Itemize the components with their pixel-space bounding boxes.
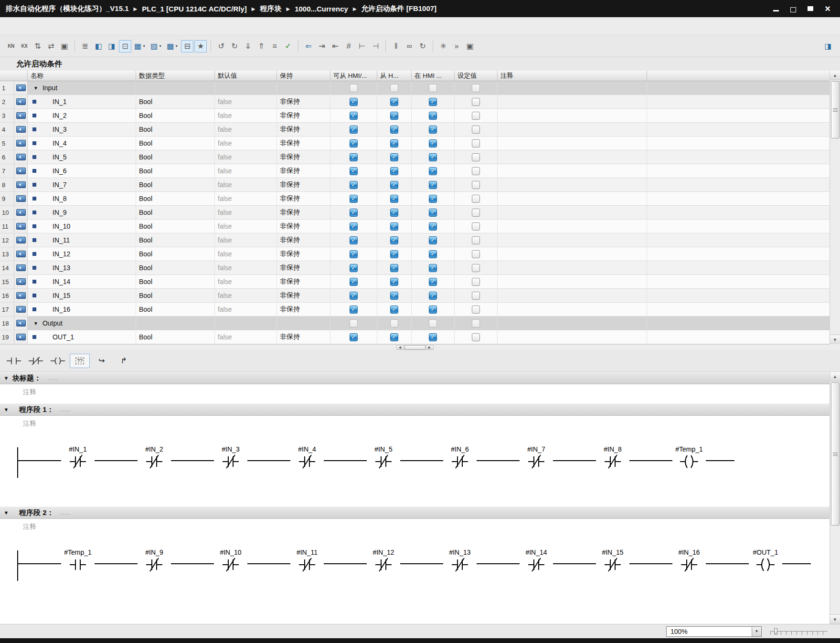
operand-label[interactable]: #IN_6 xyxy=(451,442,468,454)
ladder-contact-nc[interactable]: #IN_3 xyxy=(214,442,247,469)
zoom-slider[interactable] xyxy=(770,628,828,635)
operand-label[interactable]: #OUT_1 xyxy=(753,545,778,557)
hmi-visible-checkbox[interactable]: ✓ xyxy=(429,209,437,217)
comment-cell[interactable] xyxy=(498,289,647,302)
network-2-bar[interactable]: ▼程序段 2：..... xyxy=(0,506,829,519)
comment-cell[interactable] xyxy=(498,275,647,288)
hmi-writable-checkbox[interactable]: ✓ xyxy=(390,126,398,134)
ladder-contact-nc[interactable]: #IN_10 xyxy=(214,545,247,572)
setpoint-checkbox[interactable] xyxy=(472,153,480,161)
reset-start-values-icon[interactable]: KX xyxy=(18,40,31,53)
hmi-visible-checkbox[interactable]: ✓ xyxy=(429,236,437,244)
comment-cell[interactable] xyxy=(498,192,647,205)
retain-cell[interactable]: 非保持 xyxy=(277,95,330,108)
operand-label[interactable]: #IN_10 xyxy=(220,545,241,557)
default-value-cell[interactable]: false xyxy=(215,192,277,205)
operand-label[interactable]: #IN_9 xyxy=(145,545,163,557)
hmi-visible-checkbox[interactable]: ✓ xyxy=(429,153,437,161)
hmi-accessible-checkbox[interactable]: ✓ xyxy=(350,126,358,134)
scrollbar-thumb[interactable] xyxy=(831,382,840,526)
name-cell[interactable]: IN_16 xyxy=(28,303,136,316)
hmi-writable-checkbox[interactable]: ✓ xyxy=(390,236,398,244)
name-cell[interactable]: IN_7 xyxy=(28,178,136,191)
slider-knob[interactable] xyxy=(774,628,777,634)
data-type-cell[interactable] xyxy=(136,316,215,330)
column-header[interactable]: 数据类型 xyxy=(136,71,215,81)
comment-cell[interactable] xyxy=(498,123,647,136)
ladder-coil[interactable]: #OUT_1 xyxy=(749,545,782,572)
retain-cell[interactable]: 非保持 xyxy=(277,247,330,261)
start-values-display-icon[interactable]: ▩▼ xyxy=(165,40,180,53)
operand-label[interactable]: #IN_3 xyxy=(222,442,239,454)
data-type-cell[interactable]: Bool xyxy=(136,303,215,316)
comment-cell[interactable] xyxy=(498,178,647,191)
ladder-contact-nc[interactable]: #IN_12 xyxy=(367,545,400,572)
copy-snapshot-icon[interactable]: ⇑ xyxy=(255,40,267,53)
name-cell[interactable]: IN_13 xyxy=(28,261,136,274)
default-value-cell[interactable]: false xyxy=(215,206,277,219)
compile-icon[interactable]: ✓ xyxy=(282,40,294,53)
operand-label[interactable]: #IN_8 xyxy=(604,442,621,454)
network-title-placeholder[interactable]: ..... xyxy=(61,406,71,413)
table-vertical-scrollbar[interactable]: ▲ ▼ xyxy=(829,71,840,344)
default-value-cell[interactable]: false xyxy=(215,233,277,247)
retain-cell[interactable]: 非保持 xyxy=(277,150,330,164)
retain-cell[interactable] xyxy=(277,316,330,330)
name-cell[interactable]: IN_1 xyxy=(28,95,136,108)
column-header[interactable]: 注释 xyxy=(498,71,647,81)
operand-label[interactable]: #IN_7 xyxy=(527,442,545,454)
name-cell[interactable]: IN_3 xyxy=(28,123,136,136)
column-header[interactable]: 默认值 xyxy=(215,71,277,81)
snapshot-display-icon[interactable]: ▨▼ xyxy=(149,40,164,53)
editor-vertical-scrollbar[interactable]: ▲ ▼ xyxy=(829,372,840,624)
hmi-visible-checkbox[interactable]: ✓ xyxy=(429,292,437,300)
operand-label[interactable]: #IN_4 xyxy=(298,442,316,454)
default-value-cell[interactable]: false xyxy=(215,164,277,178)
data-type-cell[interactable]: Bool xyxy=(136,150,215,164)
insert-branch-icon[interactable]: ⇥ xyxy=(316,40,328,53)
scroll-down-button[interactable]: ▼ xyxy=(830,614,840,624)
insert-empty-box-icon[interactable]: ⊢ xyxy=(356,40,368,53)
settings-icon[interactable]: ✳ xyxy=(437,40,449,53)
setpoint-checkbox[interactable] xyxy=(472,333,480,341)
hmi-accessible-checkbox[interactable]: ✓ xyxy=(350,222,358,231)
hmi-accessible-checkbox[interactable]: ✓ xyxy=(350,139,358,148)
hmi-visible-checkbox[interactable]: ✓ xyxy=(429,250,437,258)
ladder-contact-nc[interactable]: #IN_4 xyxy=(290,442,324,469)
setpoint-checkbox[interactable] xyxy=(472,209,480,217)
name-cell[interactable]: IN_10 xyxy=(28,220,136,233)
breadcrumb-item[interactable]: 程序块 xyxy=(260,4,281,13)
data-type-cell[interactable]: Bool xyxy=(136,123,215,136)
table-horizontal-scrollbar[interactable]: ◀ ▶ xyxy=(0,344,829,350)
breadcrumb-item[interactable]: 允许启动条件 [FB1007] xyxy=(362,4,437,13)
hmi-visible-checkbox[interactable]: ✓ xyxy=(429,222,437,231)
hmi-accessible-checkbox[interactable]: ✓ xyxy=(350,264,358,272)
comment-cell[interactable] xyxy=(498,316,647,330)
collapse-triangle-icon[interactable]: ▼ xyxy=(0,407,12,412)
default-value-cell[interactable]: false xyxy=(215,303,277,316)
trace-icon[interactable]: » xyxy=(450,40,463,53)
comment-cell[interactable] xyxy=(498,220,647,233)
restore-button[interactable] xyxy=(787,3,799,14)
name-cell[interactable]: IN_9 xyxy=(28,206,136,219)
close-branch-button[interactable]: ↱ xyxy=(114,354,134,368)
data-type-cell[interactable]: Bool xyxy=(136,247,215,261)
comment-cell[interactable] xyxy=(498,233,647,247)
hmi-accessible-checkbox[interactable] xyxy=(350,319,358,327)
data-type-cell[interactable]: Bool xyxy=(136,233,215,247)
block-interface-icon[interactable]: ▣ xyxy=(58,40,71,53)
hmi-accessible-checkbox[interactable]: ✓ xyxy=(350,292,358,300)
default-value-cell[interactable]: false xyxy=(215,261,277,274)
close-branch-icon[interactable]: ⇤ xyxy=(329,40,341,53)
setpoint-checkbox[interactable] xyxy=(472,250,480,258)
keep-actual-values-icon[interactable]: KN xyxy=(5,40,17,53)
name-cell[interactable]: IN_5 xyxy=(28,150,136,164)
coil-button[interactable] xyxy=(48,354,68,368)
hmi-visible-checkbox[interactable]: ✓ xyxy=(429,181,437,189)
default-value-cell[interactable]: false xyxy=(215,247,277,261)
name-cell[interactable]: IN_2 xyxy=(28,109,136,122)
default-value-cell[interactable]: false xyxy=(215,220,277,233)
crossings-icon[interactable]: # xyxy=(342,40,355,53)
reset-call-environment-icon[interactable]: ↺ xyxy=(215,40,227,53)
setpoint-checkbox[interactable] xyxy=(472,195,480,203)
